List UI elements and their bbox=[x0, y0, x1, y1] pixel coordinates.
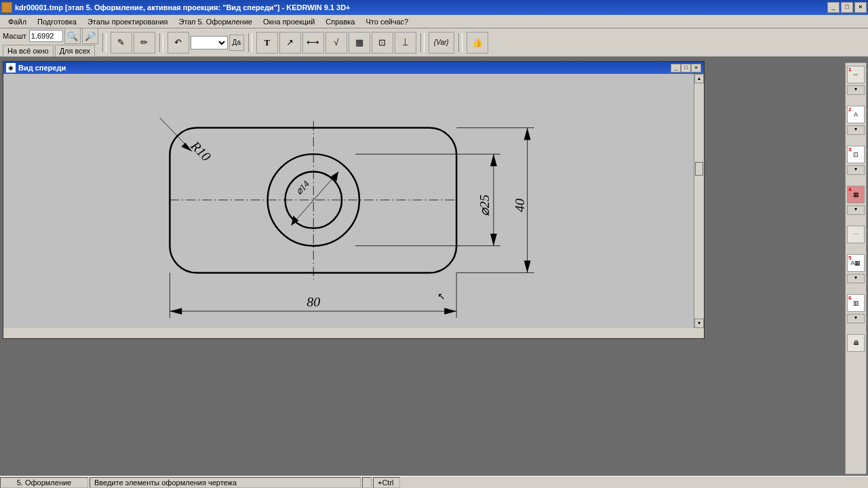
wand-icon: ✎ bbox=[117, 37, 125, 47]
dim-height-text: 40 bbox=[512, 199, 527, 212]
status-stage: 5. Оформление bbox=[0, 477, 88, 488]
right-tool-1-button[interactable]: ◦◦ bbox=[847, 66, 865, 83]
dim-dia-text: ⌀25 bbox=[477, 195, 492, 216]
right-tool-5-dropdown[interactable]: ▾ bbox=[847, 274, 865, 283]
svg-marker-15 bbox=[490, 154, 497, 166]
dim-width-text: 80 bbox=[307, 294, 320, 309]
menu-whatsnow[interactable]: Что сейчас? bbox=[360, 16, 414, 27]
zoom-out-icon: 🔎 bbox=[85, 31, 96, 41]
menu-projection-windows[interactable]: Окна проекций bbox=[258, 16, 320, 27]
dim-icon: ⟷ bbox=[307, 37, 319, 47]
tool-base-button[interactable]: ⟘ bbox=[395, 32, 416, 54]
document-window: ◉ Вид спереди _ □ × R10 bbox=[3, 61, 705, 339]
scroll-up-button[interactable]: ▴ bbox=[694, 74, 704, 83]
tool-undo-button[interactable]: ↶ bbox=[167, 32, 189, 54]
menubar: Файл Подготовка Этапы проектирования Эта… bbox=[0, 15, 868, 28]
status-modifier: +Ctrl bbox=[373, 477, 400, 488]
right-tool-print-button[interactable]: 🖶 bbox=[847, 334, 865, 352]
fit-window-button[interactable]: На всё окно bbox=[3, 45, 54, 57]
section-icon: ⊡ bbox=[378, 37, 386, 47]
doc-minimize-button[interactable]: _ bbox=[671, 64, 681, 73]
arrow-icon: ↗ bbox=[286, 37, 294, 47]
statusbar: 5. Оформление Введите элементы оформлени… bbox=[0, 476, 868, 488]
doc-title: Вид спереди bbox=[18, 64, 671, 72]
zoom-out-button[interactable]: 🔎 bbox=[82, 28, 98, 44]
window-title: kdr00001.tmp [этап 5. Оформление, активн… bbox=[15, 3, 827, 12]
right-tool-6-button[interactable]: ▥ bbox=[847, 294, 865, 312]
for-all-button[interactable]: Для всех bbox=[55, 45, 95, 57]
tool-combo[interactable] bbox=[191, 36, 228, 49]
tool-wand-button[interactable]: ✎ bbox=[111, 32, 132, 54]
svg-marker-10 bbox=[524, 128, 531, 140]
right-tool-2-button[interactable]: A bbox=[847, 106, 865, 123]
right-tool-5-button[interactable]: A▦ bbox=[847, 254, 865, 272]
toolbar: Масшт 🔍 🔎 На всё окно Для всех ✎ ✏ ↶ Да … bbox=[0, 28, 868, 57]
app-icon bbox=[1, 2, 12, 13]
svg-marker-16 bbox=[490, 234, 497, 246]
right-tool-curve-button[interactable]: 〰 bbox=[847, 226, 865, 243]
right-tool-6-dropdown[interactable]: ▾ bbox=[847, 314, 865, 323]
menu-design-stages[interactable]: Этапы проектирования bbox=[82, 16, 174, 27]
dim-radius-text: R10 bbox=[188, 138, 214, 164]
vertical-scrollbar[interactable]: ▴ ▾ bbox=[694, 74, 704, 328]
scale-label: Масшт bbox=[3, 32, 26, 40]
right-toolbar: ◦◦ ▾ A ▾ ⊡ ▾ ▦ ▾ 〰 A▦ ▾ ▥ ▾ 🖶 bbox=[845, 62, 867, 474]
right-tool-3-dropdown[interactable]: ▾ bbox=[847, 165, 865, 175]
menu-file[interactable]: Файл bbox=[3, 16, 32, 27]
tool-edit-button[interactable]: ✏ bbox=[134, 32, 155, 54]
workspace: ◉ Вид спереди _ □ × R10 bbox=[3, 61, 841, 474]
zoom-in-button[interactable]: 🔍 bbox=[64, 28, 81, 44]
status-spacer bbox=[362, 477, 372, 488]
undo-icon: ↶ bbox=[174, 37, 182, 47]
tool-thumbsup-button[interactable]: 👍 bbox=[467, 32, 488, 54]
thumbsup-icon: 👍 bbox=[472, 37, 483, 47]
svg-line-22 bbox=[291, 171, 338, 226]
zoom-in-icon: 🔍 bbox=[67, 31, 78, 41]
base-icon: ⟘ bbox=[402, 37, 408, 48]
text-icon: T bbox=[264, 37, 270, 48]
scale-input[interactable] bbox=[29, 30, 63, 42]
maximize-button[interactable]: □ bbox=[841, 2, 853, 13]
tool-var-button[interactable]: {Var} bbox=[429, 32, 454, 54]
svg-marker-20 bbox=[170, 308, 182, 314]
tool-rough-button[interactable]: √ bbox=[326, 32, 347, 54]
right-tool-1-dropdown[interactable]: ▾ bbox=[847, 85, 865, 95]
doc-maximize-button[interactable]: □ bbox=[681, 64, 691, 73]
menu-prepare[interactable]: Подготовка bbox=[32, 16, 82, 27]
tool-da-button[interactable]: Да bbox=[229, 35, 244, 51]
tool-section-button[interactable]: ⊡ bbox=[372, 32, 393, 54]
scroll-down-button[interactable]: ▾ bbox=[694, 319, 704, 328]
doc-titlebar[interactable]: ◉ Вид спереди _ □ × bbox=[3, 62, 704, 74]
right-tool-2-dropdown[interactable]: ▾ bbox=[847, 125, 865, 135]
minimize-button[interactable]: _ bbox=[827, 2, 840, 13]
right-tool-4-button[interactable]: ▦ bbox=[847, 186, 865, 203]
svg-marker-21 bbox=[444, 308, 456, 314]
rough-icon: √ bbox=[334, 37, 338, 47]
edit-icon: ✏ bbox=[140, 37, 148, 47]
scroll-thumb[interactable] bbox=[695, 162, 703, 176]
doc-close-button[interactable]: × bbox=[691, 64, 701, 73]
hatch-icon: ▦ bbox=[355, 37, 363, 47]
status-hint: Введите элементы оформления чертежа bbox=[90, 477, 361, 488]
right-tool-4-dropdown[interactable]: ▾ bbox=[847, 205, 865, 215]
tool-dim-button[interactable]: ⟷ bbox=[302, 32, 324, 54]
doc-icon: ◉ bbox=[6, 63, 16, 73]
menu-stage5-format[interactable]: Этап 5. Оформление bbox=[174, 16, 258, 27]
svg-marker-11 bbox=[524, 261, 531, 273]
dim-small-text: ⌀14 bbox=[294, 179, 311, 197]
close-button[interactable]: × bbox=[854, 2, 867, 13]
titlebar: kdr00001.tmp [этап 5. Оформление, активн… bbox=[0, 0, 868, 15]
drawing-canvas[interactable]: R10 40 ⌀25 80 bbox=[3, 74, 694, 328]
menu-help[interactable]: Справка bbox=[320, 16, 360, 27]
right-tool-3-button[interactable]: ⊡ bbox=[847, 146, 865, 163]
tool-hatch-button[interactable]: ▦ bbox=[349, 32, 370, 54]
tool-arrow-button[interactable]: ↗ bbox=[279, 32, 301, 54]
tool-text-button[interactable]: T bbox=[256, 32, 278, 54]
